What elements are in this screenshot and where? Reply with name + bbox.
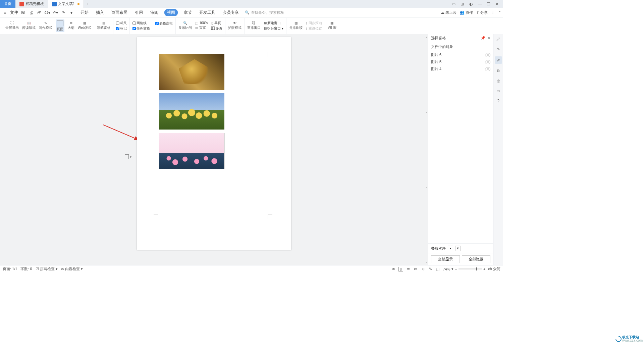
status-ime[interactable]: ch 众简 — [488, 266, 500, 271]
new-window-button[interactable]: ⊞ 新建窗口 — [264, 21, 281, 26]
link-icon[interactable]: ⧉ — [495, 68, 501, 74]
image-blossom[interactable] — [159, 133, 224, 169]
eyecare-button[interactable]: 👁护眼模式 — [228, 21, 241, 30]
write-mode-button[interactable]: ✎写作模式 — [39, 21, 52, 30]
status-words[interactable]: 字数: 0 — [20, 266, 32, 271]
skin-icon[interactable]: ☄ — [495, 36, 501, 42]
maximize-icon[interactable]: ❐ — [486, 1, 491, 7]
taskpane-checkbox[interactable]: 任务窗格 — [132, 26, 150, 31]
coop-button[interactable]: 👥协作 — [460, 10, 473, 15]
document-page[interactable]: ▾ — [137, 37, 291, 250]
z-down-button[interactable]: ▼ — [455, 246, 461, 251]
tab-document[interactable]: 文字文稿1 — [48, 0, 84, 8]
single-page-button[interactable]: ▯ 单页 — [211, 21, 221, 26]
object-item[interactable]: 图片 5 — [428, 58, 493, 65]
fit-icon[interactable]: ⬚ — [435, 267, 440, 271]
view-outline-icon[interactable]: ≣ — [406, 267, 411, 271]
cloud-status[interactable]: ☁未上云 — [441, 10, 457, 15]
grid-checkbox[interactable]: 网格线 — [132, 21, 147, 26]
more-icon[interactable]: ⋮ — [491, 10, 495, 15]
share-button[interactable]: ⇪分享 — [476, 10, 488, 15]
close-pane-icon[interactable]: ✕ — [487, 36, 490, 40]
pagewidth-button[interactable]: ▭ 页宽 — [195, 26, 206, 30]
close-icon[interactable]: ✕ — [494, 1, 500, 7]
grid-icon[interactable]: ⊞ — [460, 1, 465, 7]
visibility-toggle-icon[interactable] — [485, 53, 490, 57]
menu-member[interactable]: 会员专享 — [221, 9, 240, 16]
menu-chapter[interactable]: 章节 — [182, 9, 193, 16]
view-web-icon[interactable]: ⊕ — [421, 267, 425, 271]
view-page-icon[interactable]: ▯ — [398, 267, 403, 271]
pen-icon[interactable]: ✎ — [495, 46, 501, 52]
view-read-icon[interactable]: ▭ — [413, 267, 418, 271]
visibility-toggle-icon[interactable] — [485, 60, 490, 64]
location-icon[interactable]: ◎ — [495, 78, 501, 84]
file-menu[interactable]: 文件 — [10, 10, 18, 15]
visibility-toggle-icon[interactable] — [485, 67, 490, 71]
preview-icon[interactable]: 🗗 — [36, 10, 42, 16]
nav-pane-button[interactable]: ▤导航窗格 — [97, 21, 110, 30]
rearrange-window-button[interactable]: ⿻重排窗口 — [247, 21, 261, 30]
view-write-icon[interactable]: ✎ — [428, 267, 433, 271]
status-contentcheck[interactable]: ✉ 内容检查 ▾ — [61, 266, 83, 271]
undo-icon[interactable]: ↶▾ — [52, 10, 58, 16]
tab-home[interactable]: 首页 — [0, 0, 15, 8]
object-item[interactable]: 图片 6 — [428, 51, 493, 58]
refresh-icon[interactable]: 🗘▾ — [44, 10, 50, 16]
menu-refer[interactable]: 引用 — [133, 9, 144, 16]
help-icon[interactable]: ? — [495, 98, 501, 104]
hide-all-button[interactable]: 全部隐藏 — [462, 255, 491, 263]
status-spellcheck[interactable]: ☑ 拼写检查 ▾ — [36, 266, 58, 271]
layout1-icon[interactable]: ▭ — [451, 1, 456, 7]
image-tulips[interactable] — [159, 93, 224, 130]
menu-layout[interactable]: 页面布局 — [110, 9, 129, 16]
collapse-ribbon-icon[interactable]: ⌃ — [498, 10, 501, 15]
menu-dev[interactable]: 开发工具 — [198, 9, 217, 16]
margin-corner-br — [268, 214, 272, 219]
pin-icon[interactable]: 📌 — [481, 36, 485, 40]
page-icon — [57, 20, 63, 26]
zoom-slider[interactable] — [459, 268, 482, 269]
redo-icon[interactable]: ↷ — [60, 10, 66, 16]
hamburger-icon[interactable]: ≡ — [2, 10, 8, 16]
selection-pane-subtitle: 文档中的对象 — [428, 42, 493, 51]
menu-view[interactable]: 视图 — [164, 9, 178, 16]
object-item[interactable]: 图片 4 — [428, 65, 493, 72]
page-mode-button[interactable]: 页面 — [56, 19, 64, 32]
tab-templates[interactable]: 找稻壳模板 — [15, 0, 48, 8]
ruler-checkbox[interactable]: 标尺 — [116, 21, 127, 26]
vb-macro-button[interactable]: ▦VB 宏 — [328, 21, 336, 30]
save-icon[interactable]: 🖫 — [20, 10, 26, 16]
mark-checkbox[interactable]: 标记 — [116, 26, 127, 31]
show-scale-button[interactable]: 🔍显示比例 — [178, 21, 192, 30]
split-window-button[interactable]: ⊟ 拆分窗口 ▾ — [264, 26, 284, 31]
z-up-button[interactable]: ▲ — [448, 246, 453, 251]
status-page[interactable]: 页面: 1/1 — [3, 266, 17, 271]
user-icon[interactable]: ◐ — [468, 1, 474, 7]
outline-button[interactable]: ≣大纲 — [68, 21, 74, 30]
dropdown-icon[interactable]: ▾ — [68, 10, 74, 16]
select-icon[interactable]: ⬀ — [495, 56, 502, 64]
minimize-icon[interactable]: — — [477, 1, 482, 7]
command-search[interactable]: 🔍 查找命令、搜索模板 — [245, 10, 284, 15]
menu-review[interactable]: 审阅 — [149, 9, 160, 16]
multi-page-button[interactable]: ⿲ 多页 — [211, 26, 222, 31]
canvas-area[interactable]: ▾ ▴••▾ — [0, 34, 428, 265]
page-anchor-tag[interactable]: ▾ — [125, 154, 131, 159]
new-tab-button[interactable]: ＋ — [84, 0, 92, 8]
show-all-button[interactable]: 全部显示 — [431, 255, 460, 263]
web-mode-button[interactable]: ▦Web版式 — [78, 21, 91, 30]
read-mode-button[interactable]: 📖阅读版式 — [22, 21, 36, 30]
web-label: Web版式 — [78, 26, 91, 30]
zoom-control[interactable]: 74% ▾ −+ — [443, 267, 485, 271]
menu-start[interactable]: 开始 — [79, 9, 90, 16]
eye-mode-icon[interactable]: 👁 — [391, 267, 396, 271]
menu-insert[interactable]: 插入 — [95, 9, 105, 16]
tableframe-checkbox[interactable]: 表格虚框 — [155, 21, 173, 26]
fullscreen-button[interactable]: ⛶全屏显示 — [5, 21, 19, 30]
zoom100-button[interactable]: ⬚ 100% — [195, 21, 208, 25]
window-controls: ▭ ⊞ ◐ — ❐ ✕ — [451, 1, 503, 7]
print-icon[interactable]: 🖨 — [28, 10, 34, 16]
image-leaf[interactable] — [159, 54, 224, 90]
book2-icon[interactable]: ▭ — [495, 88, 501, 94]
